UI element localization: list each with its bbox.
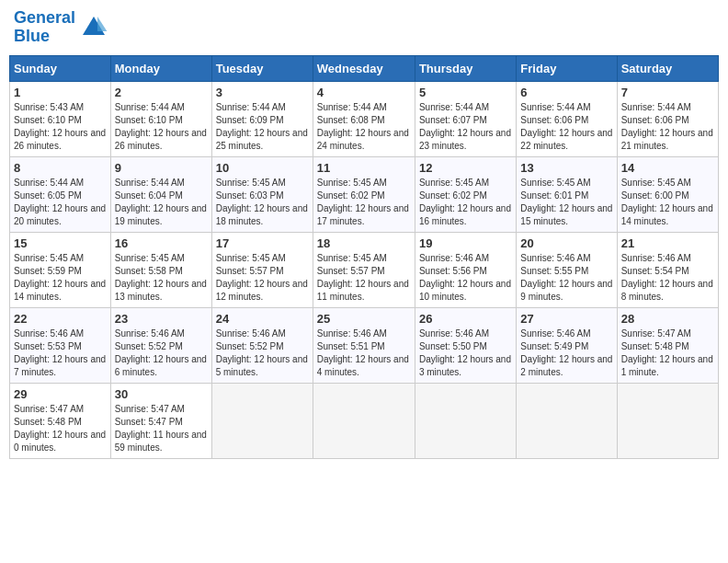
weekday-header-saturday: Saturday [617, 55, 718, 81]
day-info: Sunrise: 5:45 AMSunset: 5:57 PMDaylight:… [216, 253, 308, 302]
day-info: Sunrise: 5:47 AMSunset: 5:48 PMDaylight:… [621, 328, 713, 377]
day-info: Sunrise: 5:44 AMSunset: 6:08 PMDaylight:… [317, 102, 409, 151]
day-num: 23 [115, 312, 208, 326]
day-num: 30 [115, 387, 208, 401]
day-info: Sunrise: 5:44 AMSunset: 6:06 PMDaylight:… [520, 102, 612, 151]
day-num: 5 [419, 86, 512, 99]
empty-cell [517, 383, 617, 458]
day-num: 21 [621, 236, 714, 250]
day-cell-28: 28Sunrise: 5:47 AMSunset: 5:48 PMDayligh… [617, 307, 718, 383]
calendar-table: SundayMondayTuesdayWednesdayThursdayFrid… [9, 55, 719, 459]
day-info: Sunrise: 5:46 AMSunset: 5:50 PMDaylight:… [419, 328, 511, 377]
day-num: 9 [115, 161, 208, 175]
day-info: Sunrise: 5:46 AMSunset: 5:52 PMDaylight:… [115, 328, 207, 377]
day-num: 19 [419, 236, 512, 250]
day-info: Sunrise: 5:45 AMSunset: 5:57 PMDaylight:… [317, 253, 409, 302]
day-info: Sunrise: 5:44 AMSunset: 6:09 PMDaylight:… [216, 102, 308, 151]
day-num: 3 [216, 86, 309, 99]
day-num: 14 [621, 161, 714, 175]
day-cell-20: 20Sunrise: 5:46 AMSunset: 5:55 PMDayligh… [517, 232, 617, 307]
day-cell-8: 8Sunrise: 5:44 AMSunset: 6:05 PMDaylight… [10, 156, 111, 232]
page-header: General Blue [9, 9, 719, 46]
empty-cell [415, 383, 516, 458]
day-num: 22 [14, 312, 107, 326]
day-cell-10: 10Sunrise: 5:45 AMSunset: 6:03 PMDayligh… [211, 156, 313, 232]
day-info: Sunrise: 5:43 AMSunset: 6:10 PMDaylight:… [14, 102, 106, 151]
day-num: 24 [216, 312, 309, 326]
day-cell-23: 23Sunrise: 5:46 AMSunset: 5:52 PMDayligh… [110, 307, 211, 383]
empty-cell [313, 383, 415, 458]
day-info: Sunrise: 5:44 AMSunset: 6:10 PMDaylight:… [115, 102, 207, 151]
day-cell-6: 6Sunrise: 5:44 AMSunset: 6:06 PMDaylight… [517, 81, 617, 156]
day-info: Sunrise: 5:45 AMSunset: 6:02 PMDaylight:… [317, 178, 409, 226]
day-num: 12 [419, 161, 512, 175]
day-cell-22: 22Sunrise: 5:46 AMSunset: 5:53 PMDayligh… [10, 307, 111, 383]
day-cell-2: 2Sunrise: 5:44 AMSunset: 6:10 PMDaylight… [110, 81, 211, 156]
day-cell-19: 19Sunrise: 5:46 AMSunset: 5:56 PMDayligh… [415, 232, 516, 307]
day-info: Sunrise: 5:45 AMSunset: 5:58 PMDaylight:… [115, 253, 207, 302]
day-cell-14: 14Sunrise: 5:45 AMSunset: 6:00 PMDayligh… [617, 156, 718, 232]
day-num: 16 [115, 236, 208, 250]
day-cell-24: 24Sunrise: 5:46 AMSunset: 5:52 PMDayligh… [211, 307, 313, 383]
empty-cell [617, 383, 718, 458]
day-cell-9: 9Sunrise: 5:44 AMSunset: 6:04 PMDaylight… [110, 156, 211, 232]
logo: General Blue [14, 9, 108, 46]
day-info: Sunrise: 5:46 AMSunset: 5:55 PMDaylight:… [520, 253, 612, 302]
day-cell-5: 5Sunrise: 5:44 AMSunset: 6:07 PMDaylight… [415, 81, 516, 156]
day-num: 4 [317, 86, 411, 99]
day-cell-30: 30Sunrise: 5:47 AMSunset: 5:47 PMDayligh… [110, 383, 211, 458]
day-info: Sunrise: 5:46 AMSunset: 5:51 PMDaylight:… [317, 328, 409, 377]
day-num: 28 [621, 312, 714, 326]
day-info: Sunrise: 5:47 AMSunset: 5:47 PMDaylight:… [115, 404, 207, 453]
day-cell-25: 25Sunrise: 5:46 AMSunset: 5:51 PMDayligh… [313, 307, 415, 383]
day-num: 26 [419, 312, 512, 326]
day-cell-16: 16Sunrise: 5:45 AMSunset: 5:58 PMDayligh… [110, 232, 211, 307]
day-num: 11 [317, 161, 411, 175]
day-num: 10 [216, 161, 309, 175]
day-cell-15: 15Sunrise: 5:45 AMSunset: 5:59 PMDayligh… [10, 232, 111, 307]
day-info: Sunrise: 5:45 AMSunset: 6:00 PMDaylight:… [621, 178, 713, 226]
day-num: 7 [621, 86, 714, 99]
day-cell-1: 1Sunrise: 5:43 AMSunset: 6:10 PMDaylight… [10, 81, 111, 156]
day-cell-17: 17Sunrise: 5:45 AMSunset: 5:57 PMDayligh… [211, 232, 313, 307]
day-cell-3: 3Sunrise: 5:44 AMSunset: 6:09 PMDaylight… [211, 81, 313, 156]
day-info: Sunrise: 5:44 AMSunset: 6:06 PMDaylight:… [621, 102, 713, 151]
day-num: 8 [14, 161, 107, 175]
day-num: 15 [14, 236, 107, 250]
weekday-header-monday: Monday [110, 55, 211, 81]
day-cell-11: 11Sunrise: 5:45 AMSunset: 6:02 PMDayligh… [313, 156, 415, 232]
day-info: Sunrise: 5:44 AMSunset: 6:05 PMDaylight:… [14, 178, 106, 226]
day-cell-7: 7Sunrise: 5:44 AMSunset: 6:06 PMDaylight… [617, 81, 718, 156]
day-info: Sunrise: 5:45 AMSunset: 6:03 PMDaylight:… [216, 178, 308, 226]
day-cell-21: 21Sunrise: 5:46 AMSunset: 5:54 PMDayligh… [617, 232, 718, 307]
day-num: 18 [317, 236, 411, 250]
day-num: 20 [520, 236, 612, 250]
logo-blue: Blue [14, 27, 50, 45]
day-info: Sunrise: 5:46 AMSunset: 5:49 PMDaylight:… [520, 328, 612, 377]
logo-text: General Blue [14, 9, 75, 46]
weekday-header-sunday: Sunday [10, 55, 111, 81]
day-info: Sunrise: 5:45 AMSunset: 6:02 PMDaylight:… [419, 178, 511, 226]
day-num: 29 [14, 387, 107, 401]
day-num: 27 [520, 312, 612, 326]
weekday-header-thursday: Thursday [415, 55, 516, 81]
day-cell-12: 12Sunrise: 5:45 AMSunset: 6:02 PMDayligh… [415, 156, 516, 232]
day-cell-26: 26Sunrise: 5:46 AMSunset: 5:50 PMDayligh… [415, 307, 516, 383]
day-info: Sunrise: 5:45 AMSunset: 6:01 PMDaylight:… [520, 178, 612, 226]
weekday-header-tuesday: Tuesday [211, 55, 313, 81]
day-num: 13 [520, 161, 612, 175]
day-cell-4: 4Sunrise: 5:44 AMSunset: 6:08 PMDaylight… [313, 81, 415, 156]
day-info: Sunrise: 5:46 AMSunset: 5:53 PMDaylight:… [14, 328, 106, 377]
day-info: Sunrise: 5:46 AMSunset: 5:52 PMDaylight:… [216, 328, 308, 377]
day-cell-29: 29Sunrise: 5:47 AMSunset: 5:48 PMDayligh… [10, 383, 111, 458]
day-info: Sunrise: 5:44 AMSunset: 6:04 PMDaylight:… [115, 178, 207, 226]
day-num: 1 [14, 86, 107, 99]
day-num: 25 [317, 312, 411, 326]
day-cell-18: 18Sunrise: 5:45 AMSunset: 5:57 PMDayligh… [313, 232, 415, 307]
day-cell-13: 13Sunrise: 5:45 AMSunset: 6:01 PMDayligh… [517, 156, 617, 232]
day-cell-27: 27Sunrise: 5:46 AMSunset: 5:49 PMDayligh… [517, 307, 617, 383]
day-info: Sunrise: 5:46 AMSunset: 5:54 PMDaylight:… [621, 253, 713, 302]
weekday-header-friday: Friday [517, 55, 617, 81]
logo-general: General [14, 8, 75, 27]
day-num: 2 [115, 86, 208, 99]
